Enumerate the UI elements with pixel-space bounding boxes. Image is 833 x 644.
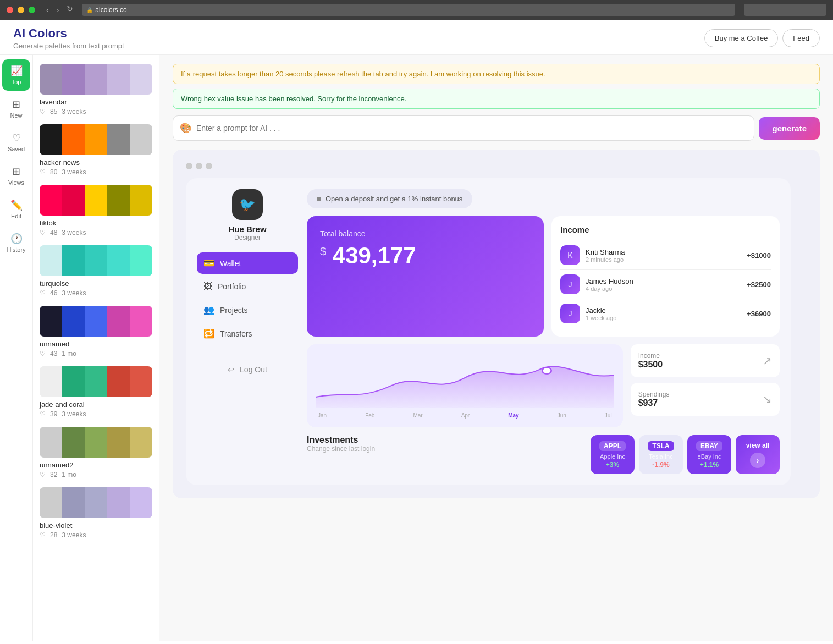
deposit-banner: Open a deposit and get a 1% instant bonu…	[307, 189, 472, 208]
stock-card-ebay[interactable]: EBAY eBay Inc +1.1%	[687, 435, 731, 474]
browser-minimize-btn[interactable]	[18, 7, 24, 13]
browser-url-bar[interactable]: 🔒 aicolors.co	[82, 4, 735, 16]
spendings-stat-card: Spendings $937 ↘	[631, 383, 780, 416]
browser-url-text: aicolors.co	[95, 6, 126, 14]
heart-icon-4: ♡	[40, 350, 46, 357]
browser-extensions	[744, 4, 826, 16]
palette-item-5[interactable]: jade and coral♡ 39 3 weeks	[33, 362, 159, 422]
generate-button[interactable]: generate	[759, 117, 820, 140]
app-title: AI Colors	[13, 26, 124, 41]
browser-forward-btn[interactable]: ›	[54, 4, 62, 15]
person-name-2: Jackie	[586, 306, 616, 315]
stock-card-appl[interactable]: APPL Apple Inc +3%	[591, 435, 635, 474]
feed-button[interactable]: Feed	[782, 29, 820, 47]
palette-item-0[interactable]: lavendar♡ 85 3 weeks	[33, 59, 159, 120]
chart-label-feb: Feb	[365, 412, 374, 419]
finance-right-panel: Open a deposit and get a 1% instant bonu…	[307, 189, 780, 474]
trending-up-icon: ↗	[763, 354, 772, 367]
palette-item-4[interactable]: unnamed♡ 43 1 mo	[33, 301, 159, 362]
user-avatar: 🐦	[232, 189, 263, 220]
sidebar-label-saved: Saved	[8, 146, 25, 152]
logout-item[interactable]: ↩ Log Out	[221, 360, 274, 379]
palette-swatches-2	[40, 185, 152, 216]
main-layout: 📈 Top ⊞ New ♡ Saved ⊞ Views ✏️ Edit 🕐 Hi…	[0, 55, 833, 641]
balance-currency: $	[320, 245, 326, 257]
heart-icon-5: ♡	[40, 410, 46, 418]
prompt-input[interactable]	[196, 124, 747, 133]
palette-swatches-5	[40, 366, 152, 397]
browser-close-btn[interactable]	[7, 7, 13, 13]
palette-meta-6: ♡ 32 1 mo	[40, 471, 152, 478]
palette-swatches-0	[40, 64, 152, 95]
chart-label-may: May	[508, 412, 518, 419]
income-person-0: K Kriti Sharma 2 minutes ago	[560, 245, 625, 265]
palette-meta-1: ♡ 80 3 weeks	[40, 168, 152, 176]
views-icon: ⊞	[12, 166, 20, 178]
app-logo: AI Colors Generate palettes from text pr…	[13, 26, 124, 50]
dot-3[interactable]	[206, 163, 212, 169]
dot-2[interactable]	[196, 163, 202, 169]
sidebar-item-edit[interactable]: ✏️ Edit	[0, 194, 32, 225]
income-person-2: J Jackie 1 week ago	[560, 304, 616, 323]
income-row-0: K Kriti Sharma 2 minutes ago +$1000	[560, 241, 771, 270]
finance-card: 🐦 Hue Brew Designer 💳 Wallet 🖼 Portfolio…	[186, 178, 791, 485]
palette-meta-7: ♡ 28 3 weeks	[40, 531, 152, 539]
chart-label-jan: Jan	[318, 412, 327, 419]
nav-wallet-label: Wallet	[220, 259, 241, 268]
person-name-0: Kriti Sharma	[586, 248, 625, 256]
investments-subtitle: Change since last login	[307, 445, 583, 453]
person-avatar-2: J	[560, 304, 580, 323]
view-all-button[interactable]: view all ›	[736, 435, 780, 474]
nav-portfolio[interactable]: 🖼 Portfolio	[197, 276, 298, 297]
transfers-icon: 🔁	[203, 328, 214, 339]
browser-back-btn[interactable]: ‹	[44, 4, 51, 15]
stock-card-tsla[interactable]: TSLA Tesla Inc -1.9%	[639, 435, 683, 474]
sidebar-item-top[interactable]: 📈 Top	[2, 59, 30, 91]
income-stat-label: Income	[638, 352, 663, 360]
sidebar-label-top: Top	[12, 79, 21, 85]
wallet-icon: 💳	[203, 258, 214, 268]
palette-item-7[interactable]: blue-violet♡ 28 3 weeks	[33, 483, 159, 543]
preview-area: 🐦 Hue Brew Designer 💳 Wallet 🖼 Portfolio…	[173, 150, 820, 498]
sidebar-item-views[interactable]: ⊞ Views	[0, 160, 32, 191]
spendings-stat-info: Spendings $937	[638, 390, 670, 408]
income-stat-card: Income $3500 ↗	[631, 344, 780, 377]
balance-label: Total balance	[320, 229, 531, 238]
deposit-dot	[317, 197, 321, 201]
sidebar-item-saved[interactable]: ♡ Saved	[0, 126, 32, 158]
sidebar: 📈 Top ⊞ New ♡ Saved ⊞ Views ✏️ Edit 🕐 Hi…	[0, 55, 33, 641]
header-buttons: Buy me a Coffee Feed	[704, 29, 820, 47]
person-time-0: 2 minutes ago	[586, 256, 625, 263]
projects-icon: 👥	[203, 305, 214, 315]
palette-item-1[interactable]: hacker news♡ 80 3 weeks	[33, 120, 159, 180]
new-icon: ⊞	[12, 98, 20, 111]
palette-name-0: lavendar	[40, 98, 152, 106]
palette-likes-2: 48	[50, 229, 57, 236]
nav-wallet[interactable]: 💳 Wallet	[197, 252, 298, 274]
dot-1[interactable]	[186, 163, 192, 169]
trending-down-icon: ↘	[763, 393, 772, 406]
income-card: Income K Kriti Sharma 2 minutes ago +$	[551, 216, 780, 337]
balance-card: Total balance $ 439,177	[307, 216, 544, 337]
deposit-text: Open a deposit and get a 1% instant bonu…	[326, 195, 462, 203]
prompt-input-wrap: 🎨	[173, 115, 754, 141]
palette-item-3[interactable]: turquoise♡ 46 3 weeks	[33, 241, 159, 301]
nav-projects[interactable]: 👥 Projects	[197, 299, 298, 321]
browser-reload-btn[interactable]: ↻	[67, 4, 73, 15]
palette-likes-0: 85	[50, 108, 57, 115]
nav-transfers[interactable]: 🔁 Transfers	[197, 323, 298, 344]
stock-change-appl: +3%	[598, 461, 627, 469]
palette-meta-3: ♡ 46 3 weeks	[40, 289, 152, 297]
spendings-stat-value: $937	[638, 398, 670, 408]
sidebar-item-history[interactable]: 🕐 History	[0, 227, 32, 258]
main-content: If a request takes longer than 20 second…	[159, 55, 833, 641]
person-avatar-1: J	[560, 274, 580, 294]
chart-card: Jan Feb Mar Apr May Jun Jul	[307, 344, 623, 427]
palette-item-2[interactable]: tiktok♡ 48 3 weeks	[33, 180, 159, 241]
notifications: If a request takes longer than 20 second…	[173, 64, 820, 109]
sidebar-item-new[interactable]: ⊞ New	[0, 93, 32, 124]
palette-name-7: blue-violet	[40, 521, 152, 530]
buy-coffee-button[interactable]: Buy me a Coffee	[704, 29, 779, 47]
palette-item-6[interactable]: unnamed2♡ 32 1 mo	[33, 422, 159, 483]
browser-maximize-btn[interactable]	[29, 7, 35, 13]
